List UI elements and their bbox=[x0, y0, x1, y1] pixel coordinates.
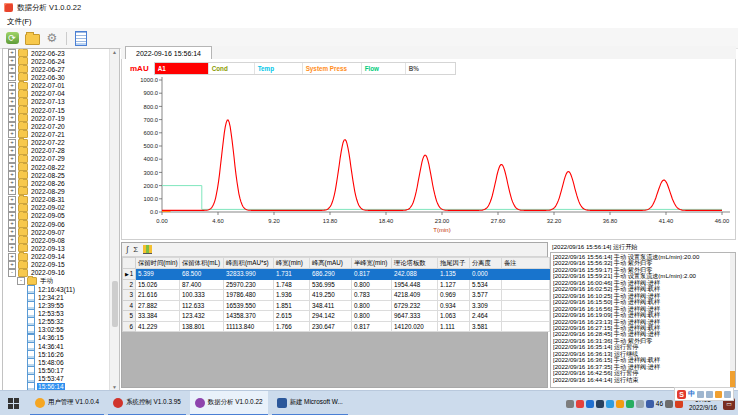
expand-toggle-icon[interactable]: + bbox=[8, 130, 16, 138]
row-number[interactable]: 3 bbox=[123, 290, 136, 301]
expand-toggle-icon[interactable]: + bbox=[8, 139, 16, 147]
taskbar-app-button[interactable]: 新建 Microsoft W... bbox=[272, 391, 348, 415]
taskbar-app-button[interactable]: 数据分析 V1.0.0.22 bbox=[190, 391, 268, 415]
row-number[interactable]: ▶1 bbox=[123, 269, 136, 280]
expand-toggle-icon[interactable]: + bbox=[8, 179, 16, 187]
tray-icon[interactable] bbox=[665, 400, 673, 408]
peak-table-header[interactable]: 理论塔板数 bbox=[392, 258, 438, 269]
collapse-toggle-icon[interactable]: - bbox=[17, 277, 25, 285]
peak-table-header[interactable]: 峰高(mAU) bbox=[310, 258, 352, 269]
tree-item-run[interactable]: 12:34:21 bbox=[3, 293, 110, 301]
peak-table-row[interactable]: ▶15.39968.50032833.9901.731686.2900.8172… bbox=[123, 269, 550, 280]
sigma-icon[interactable]: Σ bbox=[133, 245, 138, 255]
expand-toggle-icon[interactable]: + bbox=[8, 212, 16, 220]
expand-toggle-icon[interactable]: + bbox=[8, 122, 16, 130]
ime-tool-icon[interactable] bbox=[724, 391, 731, 398]
collapse-toggle-icon[interactable]: - bbox=[8, 269, 16, 277]
tree-scrollbar[interactable]: ▲ ▼ bbox=[109, 49, 119, 390]
tray-icon[interactable] bbox=[616, 400, 624, 408]
tree-item-run[interactable]: 15:56:14 bbox=[3, 383, 110, 390]
legend-channel-flow[interactable]: Flow bbox=[362, 63, 406, 74]
peak-table-header[interactable]: 分离度 bbox=[470, 258, 502, 269]
tree-item-run[interactable]: 13:02:55 bbox=[3, 326, 110, 334]
expand-toggle-icon[interactable]: + bbox=[8, 236, 16, 244]
integral-icon[interactable]: ∫ bbox=[126, 245, 128, 255]
peak-table-header[interactable]: 峰面积(mAU*s) bbox=[224, 258, 274, 269]
legend-channel-system-press[interactable]: System Press bbox=[303, 63, 362, 74]
taskbar-app-button[interactable]: 用户管理 V1.0.0.4 bbox=[30, 391, 104, 415]
expand-toggle-icon[interactable]: + bbox=[8, 73, 16, 81]
expand-toggle-icon[interactable]: + bbox=[8, 90, 16, 98]
chart-icon[interactable] bbox=[143, 245, 152, 254]
expand-toggle-icon[interactable]: + bbox=[8, 155, 16, 163]
tab-active-run[interactable]: 2022-09-16 15:56:14 bbox=[125, 46, 212, 60]
expand-toggle-icon[interactable]: + bbox=[8, 204, 16, 212]
peak-table-row[interactable]: 215.02687.40025970.2301.748536.9950.8001… bbox=[123, 279, 550, 290]
tray-icon[interactable] bbox=[626, 400, 634, 408]
expand-toggle-icon[interactable]: + bbox=[8, 82, 16, 90]
row-number[interactable]: 4 bbox=[123, 300, 136, 311]
ime-tool-icon[interactable] bbox=[706, 391, 713, 398]
database-refresh-button[interactable]: ⟳ bbox=[4, 30, 20, 46]
expand-toggle-icon[interactable]: + bbox=[8, 228, 16, 236]
tree-item-run[interactable]: 15:48:06 bbox=[3, 358, 110, 366]
report-button[interactable] bbox=[73, 30, 89, 46]
log-scrollbar-thumb[interactable] bbox=[730, 371, 735, 387]
peak-table-header[interactable]: 备注 bbox=[502, 258, 550, 269]
expand-toggle-icon[interactable]: + bbox=[8, 171, 16, 179]
settings-button[interactable]: ⚙ bbox=[44, 30, 60, 46]
tray-icon[interactable] bbox=[586, 400, 594, 408]
tree-item-date[interactable]: - 2022-09-16 bbox=[3, 269, 110, 277]
tree-item-run[interactable]: 15:16:26 bbox=[3, 350, 110, 358]
peak-table-header[interactable]: 峰宽(min) bbox=[274, 258, 310, 269]
legend-channel-a1[interactable]: A1 bbox=[155, 63, 209, 74]
expand-toggle-icon[interactable]: + bbox=[8, 49, 16, 57]
tree-item-run[interactable]: 14:36:41 bbox=[3, 342, 110, 350]
tray-icon[interactable] bbox=[646, 400, 654, 408]
expand-toggle-icon[interactable]: + bbox=[8, 57, 16, 65]
ime-tool-icon[interactable] bbox=[715, 391, 722, 398]
expand-toggle-icon[interactable]: + bbox=[8, 187, 16, 195]
start-button[interactable] bbox=[0, 391, 26, 415]
expand-toggle-icon[interactable]: + bbox=[8, 261, 16, 269]
row-number[interactable]: 5 bbox=[123, 311, 136, 322]
tree-scrollbar-thumb[interactable] bbox=[112, 281, 118, 327]
tree-item-run[interactable]: 12:53:53 bbox=[3, 310, 110, 318]
sogou-input-icon[interactable]: S bbox=[677, 390, 686, 399]
expand-toggle-icon[interactable]: + bbox=[8, 106, 16, 114]
tray-icon[interactable] bbox=[636, 400, 644, 408]
tray-badge[interactable]: 46 bbox=[656, 400, 663, 407]
tray-icon[interactable] bbox=[576, 400, 584, 408]
tree-item-run[interactable]: 15:50:17 bbox=[3, 366, 110, 374]
legend-channel-b-[interactable]: B% bbox=[406, 63, 455, 74]
tree-item-run[interactable]: 12:16:43(11) bbox=[3, 285, 110, 293]
row-number[interactable]: 6 bbox=[123, 321, 136, 332]
legend-channel-temp[interactable]: Temp bbox=[255, 63, 303, 74]
peak-table-row[interactable]: 641.229138.80111113.8401.766230.6470.817… bbox=[123, 321, 550, 332]
expand-toggle-icon[interactable]: + bbox=[8, 196, 16, 204]
tray-icon[interactable] bbox=[606, 400, 614, 408]
tree-item-subfolder[interactable]: - 手动 bbox=[3, 277, 110, 285]
expand-toggle-icon[interactable]: + bbox=[8, 163, 16, 171]
tree-item-run[interactable]: 12:55:32 bbox=[3, 318, 110, 326]
row-number[interactable]: 2 bbox=[123, 279, 136, 290]
taskbar-app-button[interactable]: 系统控制 V1.0.3.95 bbox=[108, 391, 186, 415]
peak-table-row[interactable]: 321.616100.33319786.4801.936419.2500.783… bbox=[123, 290, 550, 301]
expand-toggle-icon[interactable]: + bbox=[8, 65, 16, 73]
expand-toggle-icon[interactable]: + bbox=[8, 244, 16, 252]
ime-tool-icon[interactable] bbox=[697, 391, 704, 398]
expand-toggle-icon[interactable]: + bbox=[8, 147, 16, 155]
tree-item-run[interactable]: 14:36:15 bbox=[3, 334, 110, 342]
expand-toggle-icon[interactable]: + bbox=[8, 98, 16, 106]
peak-table-row[interactable]: 427.882112.63316539.5501.851348.4110.800… bbox=[123, 300, 550, 311]
peak-table-header[interactable]: 保留时间(min) bbox=[136, 258, 180, 269]
ime-language-icon[interactable]: 中 bbox=[688, 389, 695, 399]
tree-item-run[interactable]: 15:53:47 bbox=[3, 375, 110, 383]
menu-file[interactable]: 文件(F) bbox=[7, 17, 32, 27]
legend-channel-cond[interactable]: Cond bbox=[209, 63, 255, 74]
scroll-up-icon[interactable]: ▲ bbox=[112, 49, 117, 55]
log-scrollbar[interactable] bbox=[730, 253, 735, 387]
expand-toggle-icon[interactable]: + bbox=[8, 220, 16, 228]
open-folder-button[interactable] bbox=[24, 30, 40, 46]
tree-item-run[interactable]: 12:39:55 bbox=[3, 301, 110, 309]
